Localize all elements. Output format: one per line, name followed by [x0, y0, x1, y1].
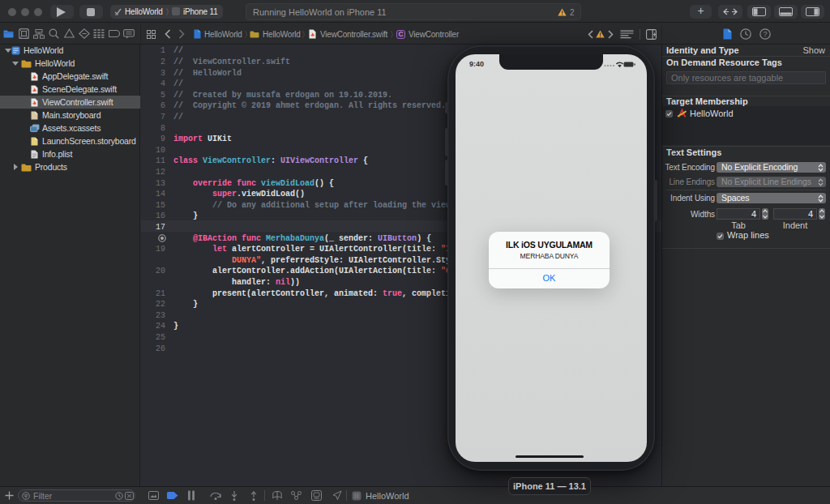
svg-text:?: ?: [763, 30, 767, 38]
svg-text:C: C: [398, 30, 403, 38]
